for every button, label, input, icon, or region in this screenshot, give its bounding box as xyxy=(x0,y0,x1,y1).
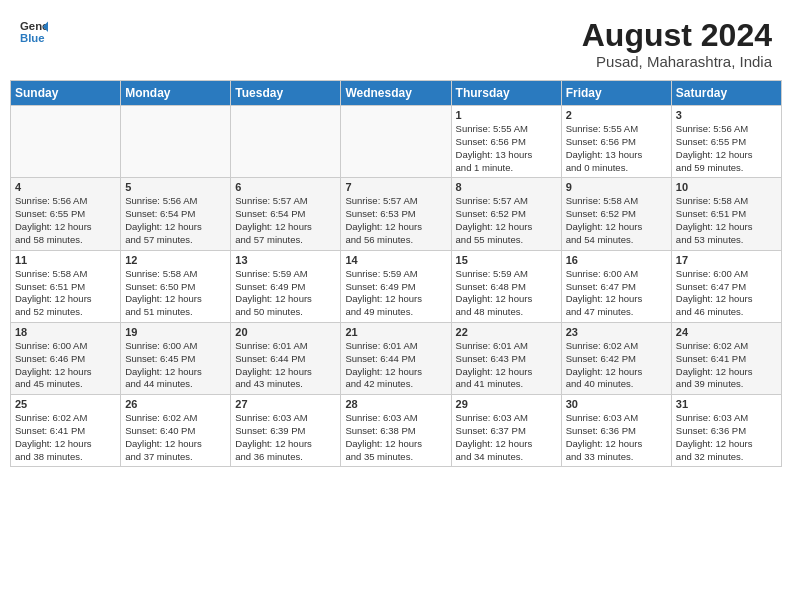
weekday-header: Tuesday xyxy=(231,81,341,106)
day-info: Sunrise: 5:57 AM Sunset: 6:52 PM Dayligh… xyxy=(456,195,557,246)
day-info: Sunrise: 5:57 AM Sunset: 6:53 PM Dayligh… xyxy=(345,195,446,246)
day-number: 15 xyxy=(456,254,557,266)
day-info: Sunrise: 6:02 AM Sunset: 6:41 PM Dayligh… xyxy=(15,412,116,463)
calendar-day-cell: 6Sunrise: 5:57 AM Sunset: 6:54 PM Daylig… xyxy=(231,178,341,250)
calendar-week-row: 18Sunrise: 6:00 AM Sunset: 6:46 PM Dayli… xyxy=(11,322,782,394)
day-number: 18 xyxy=(15,326,116,338)
day-number: 16 xyxy=(566,254,667,266)
day-number: 9 xyxy=(566,181,667,193)
calendar-day-cell: 26Sunrise: 6:02 AM Sunset: 6:40 PM Dayli… xyxy=(121,395,231,467)
svg-text:Blue: Blue xyxy=(20,32,45,44)
day-info: Sunrise: 5:59 AM Sunset: 6:49 PM Dayligh… xyxy=(235,268,336,319)
logo-icon: General Blue xyxy=(20,18,48,46)
calendar-day-cell: 14Sunrise: 5:59 AM Sunset: 6:49 PM Dayli… xyxy=(341,250,451,322)
calendar-day-cell: 20Sunrise: 6:01 AM Sunset: 6:44 PM Dayli… xyxy=(231,322,341,394)
day-info: Sunrise: 6:02 AM Sunset: 6:42 PM Dayligh… xyxy=(566,340,667,391)
day-info: Sunrise: 5:56 AM Sunset: 6:54 PM Dayligh… xyxy=(125,195,226,246)
calendar-subtitle: Pusad, Maharashtra, India xyxy=(582,53,772,70)
calendar-day-cell: 8Sunrise: 5:57 AM Sunset: 6:52 PM Daylig… xyxy=(451,178,561,250)
day-number: 7 xyxy=(345,181,446,193)
day-info: Sunrise: 6:00 AM Sunset: 6:45 PM Dayligh… xyxy=(125,340,226,391)
day-info: Sunrise: 6:03 AM Sunset: 6:39 PM Dayligh… xyxy=(235,412,336,463)
weekday-header: Wednesday xyxy=(341,81,451,106)
calendar-day-cell: 5Sunrise: 5:56 AM Sunset: 6:54 PM Daylig… xyxy=(121,178,231,250)
logo: General Blue xyxy=(20,18,48,46)
weekday-header: Saturday xyxy=(671,81,781,106)
calendar-week-row: 4Sunrise: 5:56 AM Sunset: 6:55 PM Daylig… xyxy=(11,178,782,250)
day-number: 12 xyxy=(125,254,226,266)
page-header: General Blue August 2024 Pusad, Maharash… xyxy=(10,10,782,74)
calendar-day-cell: 16Sunrise: 6:00 AM Sunset: 6:47 PM Dayli… xyxy=(561,250,671,322)
calendar-day-cell: 7Sunrise: 5:57 AM Sunset: 6:53 PM Daylig… xyxy=(341,178,451,250)
day-info: Sunrise: 6:01 AM Sunset: 6:44 PM Dayligh… xyxy=(345,340,446,391)
day-info: Sunrise: 5:59 AM Sunset: 6:48 PM Dayligh… xyxy=(456,268,557,319)
day-info: Sunrise: 5:56 AM Sunset: 6:55 PM Dayligh… xyxy=(676,123,777,174)
day-number: 6 xyxy=(235,181,336,193)
day-number: 11 xyxy=(15,254,116,266)
day-number: 25 xyxy=(15,398,116,410)
day-number: 5 xyxy=(125,181,226,193)
day-number: 3 xyxy=(676,109,777,121)
calendar-day-cell: 2Sunrise: 5:55 AM Sunset: 6:56 PM Daylig… xyxy=(561,106,671,178)
calendar-table: SundayMondayTuesdayWednesdayThursdayFrid… xyxy=(10,80,782,467)
calendar-day-cell: 31Sunrise: 6:03 AM Sunset: 6:36 PM Dayli… xyxy=(671,395,781,467)
day-info: Sunrise: 6:03 AM Sunset: 6:38 PM Dayligh… xyxy=(345,412,446,463)
day-number: 4 xyxy=(15,181,116,193)
day-info: Sunrise: 6:00 AM Sunset: 6:47 PM Dayligh… xyxy=(676,268,777,319)
day-number: 10 xyxy=(676,181,777,193)
calendar-day-cell xyxy=(121,106,231,178)
calendar-day-cell: 22Sunrise: 6:01 AM Sunset: 6:43 PM Dayli… xyxy=(451,322,561,394)
calendar-day-cell: 10Sunrise: 5:58 AM Sunset: 6:51 PM Dayli… xyxy=(671,178,781,250)
calendar-day-cell: 17Sunrise: 6:00 AM Sunset: 6:47 PM Dayli… xyxy=(671,250,781,322)
day-info: Sunrise: 5:56 AM Sunset: 6:55 PM Dayligh… xyxy=(15,195,116,246)
day-number: 2 xyxy=(566,109,667,121)
calendar-day-cell: 18Sunrise: 6:00 AM Sunset: 6:46 PM Dayli… xyxy=(11,322,121,394)
calendar-day-cell: 30Sunrise: 6:03 AM Sunset: 6:36 PM Dayli… xyxy=(561,395,671,467)
day-info: Sunrise: 5:58 AM Sunset: 6:51 PM Dayligh… xyxy=(15,268,116,319)
day-info: Sunrise: 5:59 AM Sunset: 6:49 PM Dayligh… xyxy=(345,268,446,319)
calendar-day-cell: 28Sunrise: 6:03 AM Sunset: 6:38 PM Dayli… xyxy=(341,395,451,467)
calendar-day-cell: 29Sunrise: 6:03 AM Sunset: 6:37 PM Dayli… xyxy=(451,395,561,467)
day-info: Sunrise: 6:00 AM Sunset: 6:46 PM Dayligh… xyxy=(15,340,116,391)
calendar-title: August 2024 xyxy=(582,18,772,53)
calendar-day-cell: 27Sunrise: 6:03 AM Sunset: 6:39 PM Dayli… xyxy=(231,395,341,467)
day-number: 30 xyxy=(566,398,667,410)
calendar-day-cell: 13Sunrise: 5:59 AM Sunset: 6:49 PM Dayli… xyxy=(231,250,341,322)
calendar-day-cell: 25Sunrise: 6:02 AM Sunset: 6:41 PM Dayli… xyxy=(11,395,121,467)
calendar-day-cell: 12Sunrise: 5:58 AM Sunset: 6:50 PM Dayli… xyxy=(121,250,231,322)
day-number: 1 xyxy=(456,109,557,121)
weekday-header: Monday xyxy=(121,81,231,106)
calendar-day-cell: 11Sunrise: 5:58 AM Sunset: 6:51 PM Dayli… xyxy=(11,250,121,322)
calendar-day-cell: 23Sunrise: 6:02 AM Sunset: 6:42 PM Dayli… xyxy=(561,322,671,394)
day-info: Sunrise: 6:03 AM Sunset: 6:36 PM Dayligh… xyxy=(566,412,667,463)
day-info: Sunrise: 5:57 AM Sunset: 6:54 PM Dayligh… xyxy=(235,195,336,246)
title-block: August 2024 Pusad, Maharashtra, India xyxy=(582,18,772,70)
calendar-day-cell: 3Sunrise: 5:56 AM Sunset: 6:55 PM Daylig… xyxy=(671,106,781,178)
day-info: Sunrise: 6:02 AM Sunset: 6:40 PM Dayligh… xyxy=(125,412,226,463)
weekday-header: Thursday xyxy=(451,81,561,106)
day-number: 19 xyxy=(125,326,226,338)
calendar-week-row: 11Sunrise: 5:58 AM Sunset: 6:51 PM Dayli… xyxy=(11,250,782,322)
day-number: 22 xyxy=(456,326,557,338)
day-info: Sunrise: 6:01 AM Sunset: 6:43 PM Dayligh… xyxy=(456,340,557,391)
calendar-day-cell: 1Sunrise: 5:55 AM Sunset: 6:56 PM Daylig… xyxy=(451,106,561,178)
day-info: Sunrise: 6:02 AM Sunset: 6:41 PM Dayligh… xyxy=(676,340,777,391)
weekday-header: Sunday xyxy=(11,81,121,106)
day-info: Sunrise: 5:58 AM Sunset: 6:51 PM Dayligh… xyxy=(676,195,777,246)
calendar-day-cell: 9Sunrise: 5:58 AM Sunset: 6:52 PM Daylig… xyxy=(561,178,671,250)
day-info: Sunrise: 6:01 AM Sunset: 6:44 PM Dayligh… xyxy=(235,340,336,391)
calendar-day-cell: 4Sunrise: 5:56 AM Sunset: 6:55 PM Daylig… xyxy=(11,178,121,250)
day-number: 21 xyxy=(345,326,446,338)
day-info: Sunrise: 6:03 AM Sunset: 6:37 PM Dayligh… xyxy=(456,412,557,463)
calendar-day-cell: 21Sunrise: 6:01 AM Sunset: 6:44 PM Dayli… xyxy=(341,322,451,394)
day-number: 20 xyxy=(235,326,336,338)
calendar-week-row: 1Sunrise: 5:55 AM Sunset: 6:56 PM Daylig… xyxy=(11,106,782,178)
day-info: Sunrise: 6:00 AM Sunset: 6:47 PM Dayligh… xyxy=(566,268,667,319)
calendar-day-cell: 19Sunrise: 6:00 AM Sunset: 6:45 PM Dayli… xyxy=(121,322,231,394)
calendar-day-cell: 15Sunrise: 5:59 AM Sunset: 6:48 PM Dayli… xyxy=(451,250,561,322)
day-number: 17 xyxy=(676,254,777,266)
calendar-day-cell xyxy=(231,106,341,178)
weekday-header: Friday xyxy=(561,81,671,106)
calendar-day-cell xyxy=(341,106,451,178)
day-number: 29 xyxy=(456,398,557,410)
